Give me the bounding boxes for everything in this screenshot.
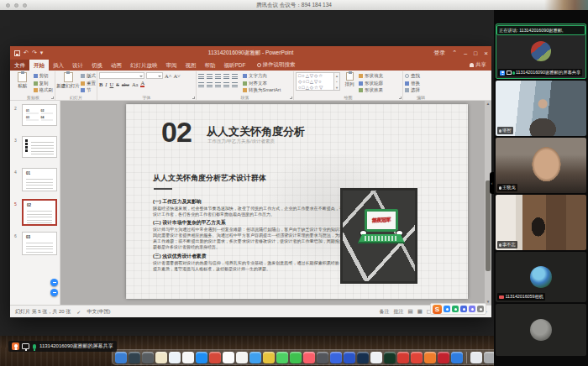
- music-dock-icon[interactable]: [303, 352, 315, 363]
- taobao-dock-icon[interactable]: [424, 352, 436, 363]
- maps-dock-icon[interactable]: [411, 352, 423, 363]
- grow-font-button[interactable]: A˄: [165, 73, 171, 79]
- undo-icon[interactable]: ↶: [24, 48, 29, 58]
- pages-dock-icon[interactable]: [236, 352, 248, 363]
- redo-icon[interactable]: ↷: [32, 48, 37, 58]
- qq-dock-icon[interactable]: [370, 352, 382, 363]
- spellcheck-icon[interactable]: ✓: [76, 309, 81, 315]
- slide[interactable]: 02 从人文关怀角度分析 工作压力/甲乙方关系/设计者素质 从人文关怀角度分析艺…: [126, 104, 468, 299]
- dialog-launcher-icon[interactable]: [192, 97, 195, 99]
- annotation-button[interactable]: [50, 279, 58, 286]
- keyboard-icon[interactable]: [444, 306, 450, 312]
- participant-tile-avatar[interactable]: [496, 304, 586, 356]
- shape-fill-button[interactable]: 形状填充: [359, 73, 383, 79]
- tab-insert[interactable]: 插入: [49, 60, 68, 71]
- photos-dock-icon[interactable]: [182, 352, 194, 363]
- tab-design[interactable]: 设计: [68, 60, 87, 71]
- slide-2-thumbnail[interactable]: 01 02 03 04: [22, 104, 57, 126]
- scroll-up-icon[interactable]: ▲: [485, 102, 491, 106]
- browser-dock-icon[interactable]: [129, 352, 140, 363]
- notes-button[interactable]: 备注: [380, 308, 390, 316]
- justify-icon[interactable]: [223, 82, 229, 87]
- align-center-icon[interactable]: [207, 82, 213, 87]
- tab-review[interactable]: 审阅: [162, 60, 181, 71]
- align-text-button[interactable]: 对齐文本: [243, 81, 281, 86]
- columns-icon[interactable]: [232, 82, 238, 87]
- slide-sorter-icon[interactable]: ▦: [417, 308, 423, 315]
- replace-button[interactable]: 替换: [405, 81, 420, 86]
- char-spacing-button[interactable]: abc: [122, 81, 129, 87]
- select-button[interactable]: 选择: [405, 87, 420, 93]
- layout-button[interactable]: 版式: [81, 73, 96, 79]
- tab-view[interactable]: 视图: [181, 60, 201, 71]
- keynote-dock-icon[interactable]: [249, 352, 261, 363]
- app-store-dock-icon[interactable]: [196, 352, 207, 363]
- line-spacing-icon[interactable]: [232, 74, 238, 79]
- find-button[interactable]: 查找: [405, 73, 420, 79]
- meeting-dock-icon[interactable]: [384, 352, 396, 363]
- dialog-launcher-icon[interactable]: [399, 97, 402, 99]
- save-icon[interactable]: [14, 50, 20, 56]
- annotation-button[interactable]: [50, 289, 58, 296]
- font-name-select[interactable]: [99, 72, 144, 79]
- books-dock-icon[interactable]: [209, 352, 221, 363]
- scrollbar-thumb[interactable]: [486, 180, 491, 271]
- cut-button[interactable]: 剪切: [34, 73, 54, 79]
- tell-me-search[interactable]: 操作说明搜索: [257, 60, 296, 71]
- reset-button[interactable]: 重置: [81, 81, 96, 86]
- slide-4-thumbnail[interactable]: 01: [22, 168, 57, 191]
- paste-button[interactable]: 粘贴: [13, 72, 32, 93]
- shapes-gallery[interactable]: □○△▽◇☆ ◇○□△▽○ ○□△◇☆▽: [296, 72, 334, 91]
- tab-animations[interactable]: 动画: [107, 60, 126, 71]
- minimize-button[interactable]: –: [464, 50, 467, 56]
- bold-button[interactable]: B: [99, 81, 102, 87]
- shape-effects-button[interactable]: 形状效果: [359, 87, 383, 93]
- participant-tile-avatar[interactable]: 113142016059相机: [496, 252, 586, 302]
- change-case-button[interactable]: Aa: [132, 81, 139, 87]
- align-right-icon[interactable]: [215, 82, 221, 87]
- tab-foxit-pdf[interactable]: 福昕PDF: [220, 60, 250, 71]
- shapes-gallery-scroll[interactable]: ▲▪▼: [334, 72, 340, 91]
- emoji-icon[interactable]: [460, 306, 467, 312]
- slide-3-thumbnail[interactable]: [22, 136, 57, 158]
- numbering-icon[interactable]: [207, 74, 213, 79]
- finder-dock-icon[interactable]: [115, 352, 127, 363]
- strikethrough-button[interactable]: S: [116, 81, 119, 87]
- section-button[interactable]: 节: [81, 87, 96, 93]
- participant-tile-video[interactable]: 李不忘: [496, 195, 586, 250]
- text-direction-button[interactable]: 文字方向: [243, 73, 281, 79]
- rocket-dock-icon[interactable]: [344, 352, 355, 363]
- shape-outline-button[interactable]: 形状轮廓: [359, 81, 383, 86]
- textedit-dock-icon[interactable]: [223, 352, 234, 363]
- mic-icon[interactable]: [452, 306, 459, 312]
- notes-dock-icon[interactable]: [155, 352, 167, 363]
- safari-dock-icon[interactable]: [169, 352, 181, 363]
- ribbon-options-icon[interactable]: ⌃: [452, 50, 457, 56]
- indent-decrease-icon[interactable]: [215, 74, 221, 79]
- smartart-button[interactable]: 转换为SmartArt: [243, 87, 281, 93]
- close-button[interactable]: ×: [484, 50, 488, 57]
- new-slide-button[interactable]: 新建幻灯片: [57, 72, 79, 93]
- normal-view-icon[interactable]: ▤: [408, 308, 413, 315]
- messages-dock-icon[interactable]: [276, 352, 288, 363]
- comments-button[interactable]: 批注: [394, 308, 404, 316]
- acrobat-dock-icon[interactable]: [438, 352, 449, 363]
- tab-file[interactable]: 文件: [10, 60, 29, 71]
- photoshop-dock-icon[interactable]: [357, 352, 369, 363]
- slide-5-thumbnail-selected[interactable]: 02: [22, 199, 57, 226]
- slide-6-thumbnail[interactable]: 03: [22, 232, 57, 255]
- downloads-folder-dock-icon[interactable]: [470, 352, 482, 363]
- indent-increase-icon[interactable]: [223, 74, 229, 79]
- copy-button[interactable]: 复制: [34, 81, 54, 86]
- camera-dock-icon[interactable]: [142, 352, 154, 363]
- italic-button[interactable]: I: [105, 81, 107, 87]
- dialog-launcher-icon[interactable]: [51, 97, 54, 99]
- trash-dock-icon[interactable]: [484, 352, 494, 363]
- arrange-button[interactable]: 排列: [342, 72, 357, 93]
- participant-tile-video[interactable]: 王晓戈: [496, 138, 586, 193]
- login-button[interactable]: 登录: [433, 49, 445, 57]
- toolbox-icon[interactable]: [477, 306, 484, 312]
- share-button[interactable]: 共享: [470, 60, 486, 71]
- sidebar-collapse-handle[interactable]: ‹: [490, 172, 494, 194]
- bullets-icon[interactable]: [198, 74, 204, 79]
